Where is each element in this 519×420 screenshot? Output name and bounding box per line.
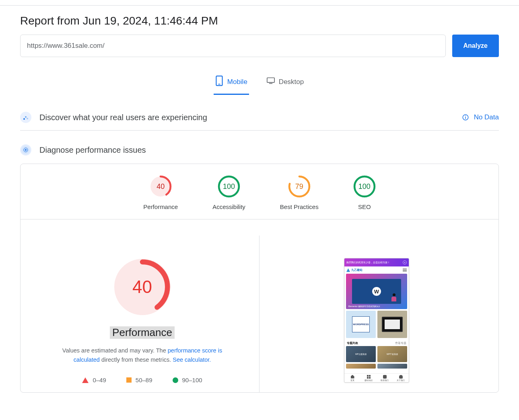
legend-fail-icon: [82, 377, 89, 383]
tab-desktop-label: Desktop: [279, 78, 304, 86]
svg-point-5: [25, 116, 27, 118]
svg-point-6: [27, 118, 28, 119]
analyze-button[interactable]: Analyze: [452, 35, 499, 57]
legend-pass-icon: [173, 377, 178, 383]
tab-mobile[interactable]: Mobile: [214, 72, 249, 95]
performance-description: Values are estimated and may vary. The p…: [50, 346, 235, 365]
diagnose-icon: [20, 144, 31, 156]
gauge-accessibility[interactable]: 100 Accessibility: [212, 175, 245, 210]
svg-rect-3: [269, 83, 272, 84]
performance-gauge-large: 40: [114, 259, 171, 315]
desktop-icon: [267, 76, 275, 88]
device-tabs: Mobile Desktop: [20, 72, 499, 95]
page-screenshot: 购买我们的托管至少器，全远全程当接！× 九乙建站 W Elementor 编辑器…: [344, 258, 409, 383]
performance-score-large: 40: [114, 259, 171, 315]
report-title: Report from Jun 19, 2024, 11:46:44 PM: [20, 14, 499, 27]
crux-section: Discover what your real users are experi…: [20, 103, 499, 131]
mobile-icon: [215, 76, 223, 88]
score-legend: 0–49 50–89 90–100: [82, 377, 202, 383]
gauge-seo[interactable]: 100 SEO: [353, 175, 376, 210]
svg-rect-9: [465, 116, 466, 117]
svg-point-4: [23, 118, 25, 120]
svg-rect-1: [218, 84, 220, 85]
svg-rect-2: [267, 78, 274, 83]
legend-average-icon: [126, 377, 132, 383]
svg-point-11: [25, 149, 27, 151]
nodata-link[interactable]: No Data: [474, 113, 499, 121]
url-input[interactable]: [20, 35, 446, 57]
gauge-performance[interactable]: 40 Performance: [143, 175, 178, 210]
svg-rect-8: [465, 117, 466, 119]
diagnose-title: Diagnose performance issues: [39, 145, 146, 155]
crux-title: Discover what your real users are experi…: [39, 113, 207, 122]
performance-heading: Performance: [110, 326, 175, 339]
crux-icon: [20, 112, 31, 123]
tab-mobile-label: Mobile: [227, 78, 247, 86]
lighthouse-panel: 40 Performance 100 Accessibility 79: [20, 164, 499, 393]
gauge-best-practices[interactable]: 79 Best Practices: [280, 175, 319, 210]
tab-desktop[interactable]: Desktop: [265, 72, 305, 95]
info-icon[interactable]: [462, 114, 469, 121]
calc-link-2[interactable]: See calculator.: [173, 356, 211, 363]
